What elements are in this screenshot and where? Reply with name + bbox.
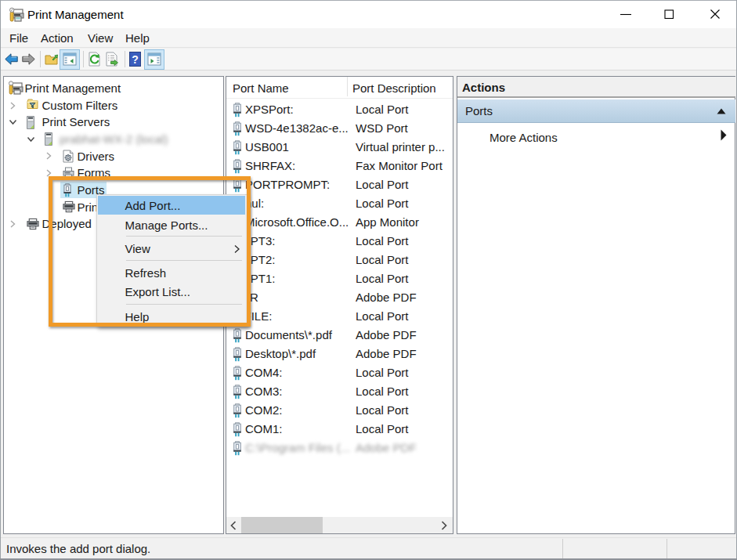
svg-text:?: ? [132,53,139,66]
